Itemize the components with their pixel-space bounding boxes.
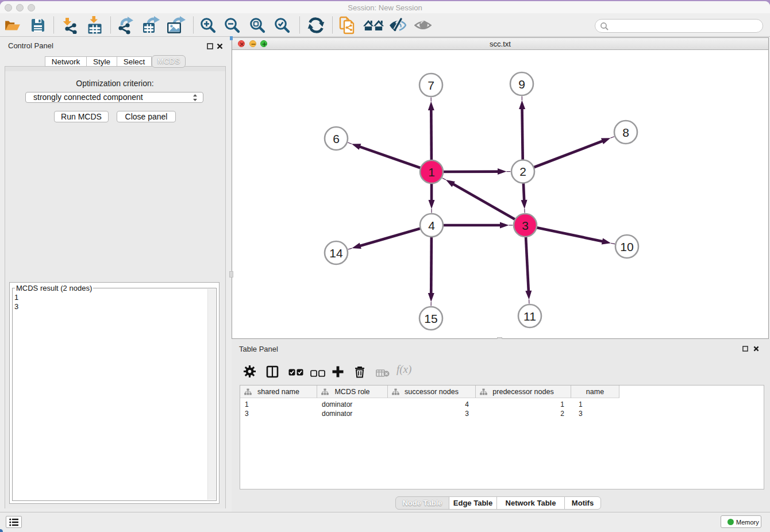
svg-text:10: 10 [620,240,633,253]
svg-text:4: 4 [428,219,435,232]
svg-text:3: 3 [522,219,529,232]
svg-text:6: 6 [333,132,340,145]
svg-text:1: 1 [428,165,435,179]
svg-text:14: 14 [329,246,343,260]
svg-text:9: 9 [518,78,525,91]
svg-text:7: 7 [428,79,434,92]
svg-text:8: 8 [622,126,629,139]
svg-text:11: 11 [523,310,536,323]
svg-text:15: 15 [424,312,437,325]
svg-text:2: 2 [519,165,526,178]
